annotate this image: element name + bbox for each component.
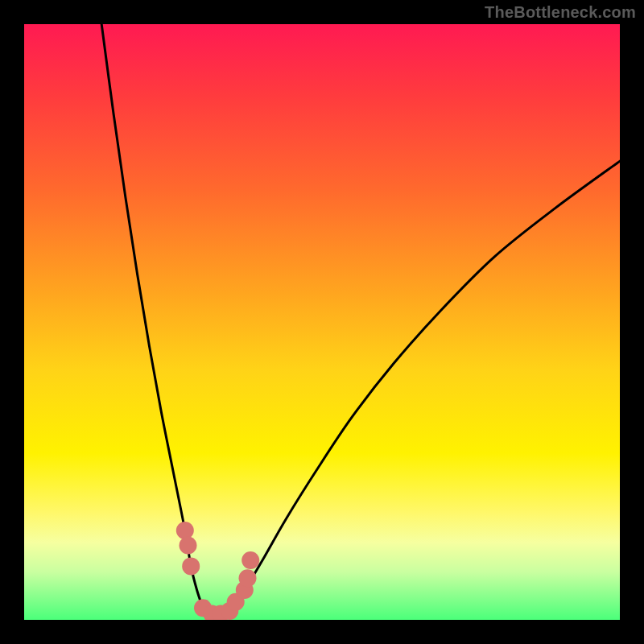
marker-point xyxy=(176,522,194,539)
series-left-curve xyxy=(101,24,203,608)
plot-area xyxy=(24,24,620,620)
curve-layer xyxy=(24,24,620,620)
marker-point xyxy=(182,557,200,575)
marker-point xyxy=(239,569,257,587)
marker-point xyxy=(242,551,259,569)
marker-point xyxy=(180,537,197,555)
series-right-curve xyxy=(233,161,620,608)
watermark-text: TheBottleneck.com xyxy=(485,3,636,22)
chart-frame: TheBottleneck.com xyxy=(0,0,644,644)
